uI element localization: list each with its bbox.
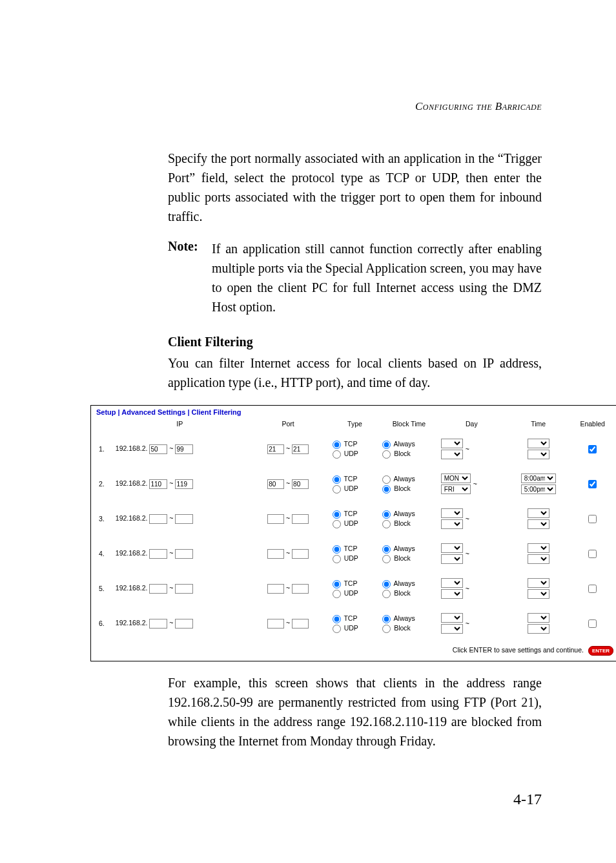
type-tcp-radio[interactable]: [333, 580, 341, 588]
day-from-select[interactable]: [441, 613, 463, 623]
time-from-select[interactable]: [528, 439, 549, 448]
udp-label: UDP: [344, 624, 358, 632]
port-from-input[interactable]: [267, 444, 284, 454]
tcp-label: TCP: [344, 579, 357, 587]
block-block-radio[interactable]: [382, 555, 391, 563]
time-from-select[interactable]: [528, 578, 549, 588]
block-block-radio[interactable]: [382, 590, 391, 598]
ip-to-input[interactable]: [175, 444, 193, 454]
port-from-input[interactable]: [267, 619, 284, 629]
block-always-radio[interactable]: [382, 545, 391, 554]
type-udp-radio[interactable]: [333, 625, 341, 633]
enabled-checkbox[interactable]: [588, 550, 597, 558]
type-tcp-radio[interactable]: [333, 545, 341, 554]
day-to-select[interactable]: [441, 519, 463, 529]
type-tcp-radio[interactable]: [333, 615, 341, 623]
header-time: Time: [505, 419, 571, 432]
enter-button[interactable]: ENTER: [588, 646, 613, 656]
port-to-input[interactable]: [292, 549, 309, 559]
time-from-select[interactable]: 8:00am: [521, 473, 556, 483]
type-udp-radio[interactable]: [333, 590, 341, 598]
day-to-select[interactable]: FRI: [441, 484, 471, 494]
time-to-select[interactable]: [528, 554, 549, 564]
udp-label: UDP: [344, 554, 358, 562]
ip-from-input[interactable]: [149, 444, 167, 454]
paragraph-2: You can filter Internet access for local…: [168, 353, 542, 392]
header-ip: IP: [113, 419, 247, 432]
time-to-select[interactable]: [528, 519, 549, 529]
port-from-input[interactable]: [267, 479, 284, 489]
day-to-select[interactable]: [441, 589, 463, 599]
always-label: Always: [394, 579, 415, 587]
ip-from-input[interactable]: [149, 514, 167, 524]
day-from-select[interactable]: [441, 508, 463, 518]
day-to-select[interactable]: [441, 450, 463, 459]
ip-from-input[interactable]: [149, 479, 167, 489]
row-number: 1.: [96, 432, 113, 466]
port-to-input[interactable]: [292, 584, 309, 594]
always-label: Always: [394, 475, 415, 483]
row-number: 4.: [96, 536, 113, 571]
time-from-select[interactable]: [528, 543, 549, 553]
ip-to-input[interactable]: [175, 619, 193, 629]
enabled-checkbox[interactable]: [588, 585, 597, 593]
type-tcp-radio[interactable]: [333, 510, 341, 519]
day-to-select[interactable]: [441, 624, 463, 634]
ip-to-input[interactable]: [175, 514, 193, 524]
enabled-checkbox[interactable]: [588, 445, 597, 453]
port-to-input[interactable]: [292, 479, 309, 489]
block-block-radio[interactable]: [382, 485, 391, 494]
port-from-input[interactable]: [267, 514, 284, 524]
type-udp-radio[interactable]: [333, 450, 341, 459]
day-from-select[interactable]: [441, 543, 463, 553]
block-block-radio[interactable]: [382, 520, 391, 528]
block-always-radio[interactable]: [382, 580, 391, 588]
type-tcp-radio[interactable]: [333, 475, 341, 484]
block-always-radio[interactable]: [382, 615, 391, 623]
tcp-label: TCP: [344, 614, 357, 622]
row-number: 6.: [96, 606, 113, 641]
time-from-select[interactable]: [528, 508, 549, 518]
type-tcp-radio[interactable]: [333, 441, 341, 449]
block-block-radio[interactable]: [382, 450, 391, 459]
port-to-input[interactable]: [292, 514, 309, 524]
ip-from-input[interactable]: [149, 584, 167, 594]
ip-from-input[interactable]: [149, 619, 167, 629]
time-to-select[interactable]: 5:00pm: [521, 484, 556, 494]
paragraph-3: For example, this screen shows that clie…: [168, 673, 542, 751]
ip-to-input[interactable]: [175, 549, 193, 559]
block-always-radio[interactable]: [382, 475, 391, 484]
type-udp-radio[interactable]: [333, 485, 341, 494]
day-from-select[interactable]: [441, 578, 463, 588]
running-head: Configuring the Barricade: [168, 100, 542, 113]
ip-prefix: 192.168.2.: [116, 479, 148, 487]
port-to-input[interactable]: [292, 444, 309, 454]
port-from-input[interactable]: [267, 549, 284, 559]
client-filtering-screenshot: Setup | Advanced Settings | Client Filte…: [90, 405, 616, 661]
type-udp-radio[interactable]: [333, 555, 341, 563]
ip-prefix: 192.168.2.: [116, 584, 148, 592]
time-to-select[interactable]: [528, 624, 549, 634]
time-from-select[interactable]: [528, 613, 549, 623]
port-from-input[interactable]: [267, 584, 284, 594]
block-block-radio[interactable]: [382, 625, 391, 633]
day-from-select[interactable]: [441, 439, 463, 448]
block-always-radio[interactable]: [382, 510, 391, 519]
port-to-input[interactable]: [292, 619, 309, 629]
ip-to-input[interactable]: [175, 584, 193, 594]
time-to-select[interactable]: [528, 589, 549, 599]
day-from-select[interactable]: MON: [441, 473, 471, 483]
table-row: 2. 192.168.2. ~ ~ TCP UDP Always Block: [96, 466, 613, 501]
day-to-select[interactable]: [441, 554, 463, 564]
enabled-checkbox[interactable]: [588, 515, 597, 523]
ip-from-input[interactable]: [149, 549, 167, 559]
block-always-radio[interactable]: [382, 441, 391, 449]
always-label: Always: [394, 440, 415, 448]
time-to-select[interactable]: [528, 450, 549, 459]
block-label: Block: [394, 589, 411, 597]
ip-to-input[interactable]: [175, 479, 193, 489]
enabled-checkbox[interactable]: [588, 480, 597, 488]
header-type: Type: [330, 419, 380, 432]
enabled-checkbox[interactable]: [588, 619, 597, 628]
type-udp-radio[interactable]: [333, 520, 341, 528]
